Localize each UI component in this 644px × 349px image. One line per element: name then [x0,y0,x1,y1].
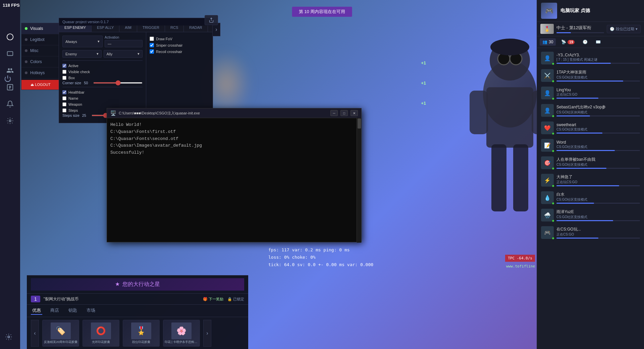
friend-name-2: LingYou [556,88,640,92]
friend-name-1: 1TAP大神张裴雨 [556,69,640,75]
item-card-0[interactable]: 🏷️ 反激精英20周年印花胶囊 [42,320,79,347]
friend-item-6[interactable]: 🎯 人在单弹被ban不由我 CS:GO社区竞技模式 [537,154,644,171]
share-button[interactable] [205,15,218,25]
cmd-close-button[interactable]: ✕ [351,110,358,116]
draw-fov-label: Draw FoV [156,37,172,41]
cmd-window: 🖥️ C:\Users\■■■\Desktop\CSGO注入\quasar-in… [107,108,362,242]
cmd-scrollbar[interactable] [357,118,361,243]
item-image-1: ⭕ [91,322,111,339]
item-card-3[interactable]: 🌸 印花 | 卡哩伊杀手恐怖分子 [163,320,200,347]
box-checkbox[interactable] [62,76,66,80]
items-next-button[interactable]: › [203,320,211,347]
healthbar-checkbox[interactable] [62,90,66,94]
draw-fov-checkbox[interactable] [150,37,154,41]
sidebar-notifications[interactable] [3,97,17,111]
cmd-line-3: C:\Quasar\Fonts\second.otf [110,136,358,143]
friend-item-10[interactable]: 🎮 在CS:GO玩... 正在CS:GO [537,224,644,241]
item-card-2[interactable]: 🎖️ 段位印花胶囊 [123,320,160,347]
friends-tab-mail[interactable]: ✉️ [593,38,603,46]
sidebar-chat[interactable] [3,47,17,60]
active-checkbox[interactable] [62,64,66,68]
friend-item-2[interactable]: 👤 LingYou 正在玩CS:GO [537,84,644,102]
always-dropdown[interactable]: Always ▾ [62,36,103,47]
bottom-tabs: 优惠 商店 钥匙 市场 [27,305,248,317]
sidebar-item-colors[interactable]: Colors [21,56,60,67]
friends-tab-notifications[interactable]: 📡 19 [558,38,577,46]
friend-name-0: -Y3..CrAzY3. [556,53,640,57]
friend-online-dot-4 [552,132,554,135]
enemy-chevron: ▾ [97,52,99,56]
mission-section: 1 "裂网大行动"挑战币 🎁 下一奖励 🔒 已锁定 [27,294,248,305]
bottom-tab-store[interactable]: 商店 [49,307,60,315]
friend-avatar-5: 📝 [541,139,554,152]
logout-button[interactable]: ⏏ LOGOUT [21,80,60,90]
friend-item-4[interactable]: ❤️ sweetheart CS:GO社区竞技模式 [537,119,644,137]
friend-progress-6 [556,168,640,169]
friend-status-9: CS:GO社区竞技模式 [556,215,640,219]
bottom-tab-market[interactable]: 市场 [85,307,97,315]
hotkeys-label: Hotkeys [30,70,45,75]
bottom-tab-sale[interactable]: 优惠 [31,307,42,315]
svg-rect-5 [486,87,533,148]
sidebar-item-visuals[interactable]: Visuals [21,23,60,34]
friend-item-9[interactable]: 🌧️ 雨泽YuzE CS:GO社区竞技模式 [537,206,644,224]
friend-avatar-8: 💧 [541,191,554,204]
friends-tab-history[interactable]: 🕐 [580,38,590,46]
friend-item-0[interactable]: 👤 -Y3..CrAzY3. [ 7 : 15 ] 竞技模式 死城之谜 [537,49,644,67]
friends-tab-people[interactable]: 👥 30 [540,38,556,46]
items-prev-button[interactable]: ‹ [31,320,39,347]
friend-item-1[interactable]: ⚔️ 1TAP大神张裴雨 CS:GO社区竞技模式 [537,67,644,84]
cmd-minimize-button[interactable]: ─ [330,110,338,116]
sidebar-settings-icon[interactable] [3,114,17,128]
next-reward-label[interactable]: 🎁 下一奖励 [203,297,223,302]
friend-progress-fill-10 [556,238,598,239]
activation-dropdown[interactable]: — [105,40,143,47]
locked-label[interactable]: 🔒 已锁定 [227,297,244,302]
friend-progress-fill-5 [556,150,615,151]
enemy-dropdown[interactable]: Enemy ▾ [62,50,102,58]
corner-size-slider[interactable] [93,82,143,84]
steps-checkbox[interactable] [62,108,66,112]
friend-progress-fill-7 [556,185,619,186]
draw-fov-row: Draw FoV [150,36,209,42]
recoil-crosshair-checkbox[interactable] [150,49,154,54]
power-button[interactable] [4,75,11,84]
friend-status-2: 正在玩CS:GO [556,92,640,97]
plus-badge-3: +1 [421,101,426,106]
friend-avatar-6: 🎯 [541,156,554,169]
friend-progress-fill-8 [556,203,594,204]
friend-item-7[interactable]: ⚡ 大神急了 正在玩CS:GO [537,171,644,189]
svg-rect-6 [470,91,488,134]
friend-item-5[interactable]: 📝 Word CS:GO社区竞技模式 [537,137,644,154]
sniper-crosshair-checkbox[interactable] [150,43,154,47]
rank-info: 中士 - 第12级军衔 [556,25,604,33]
ally-dropdown[interactable]: Ally ▾ [104,50,143,58]
friend-info-4: sweetheart CS:GO社区竞技模式 [556,122,640,134]
friend-item-3[interactable]: 👤 Sebast1an代出哟v2 v3op参 CS:GO社区休闲模式 [537,102,644,119]
bottom-tab-key[interactable]: 钥匙 [67,307,78,315]
sidebar-home[interactable] [3,30,17,44]
gear-button[interactable] [5,333,12,342]
name-checkbox[interactable] [62,96,66,100]
visible-check-checkbox[interactable] [62,70,66,74]
weapon-checkbox[interactable] [62,102,66,106]
cmd-maximize-button[interactable]: □ [340,110,348,116]
sidebar-item-misc[interactable]: Misc [21,45,60,56]
friend-item-8[interactable]: 💧 白水 CS:GO社区竞技模式 [537,189,644,206]
visuals-dot [25,27,28,30]
sidebar-item-hotkeys[interactable]: Hotkeys [21,67,60,79]
friend-info-6: 人在单弹被ban不由我 CS:GO社区竞技模式 [556,157,640,169]
top-banner: 第 10 周内容现在在可用 [292,7,352,17]
ally-value: Ally [107,52,113,56]
friend-status-3: CS:GO社区休闲模式 [556,110,640,115]
rank-name: 中士 - 第12级军衔 [556,25,604,31]
friend-online-dot-6 [552,167,554,170]
people-icon: 👥 [542,40,547,44]
friend-avatar-4: ❤️ [541,121,554,134]
item-card-1[interactable]: ⭕ 光环印花胶囊 [83,320,119,347]
friend-name-6: 人在单弹被ban不由我 [556,157,640,162]
cmd-scroll-thumb[interactable] [358,118,361,129]
friend-progress-fill-3 [556,115,590,116]
sidebar-item-legitbot[interactable]: Legitbot [21,34,60,45]
friend-info-5: Word CS:GO社区竞技模式 [556,140,640,151]
